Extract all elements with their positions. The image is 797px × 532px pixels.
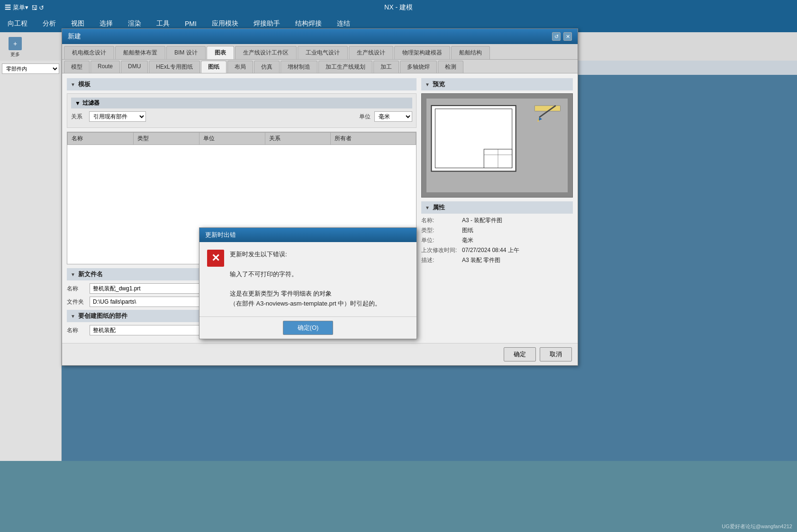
prop-modified-row: 上次修改时间: 07/27/2024 08:44 上午: [421, 246, 573, 254]
tab1-bim[interactable]: BIM 设计: [166, 46, 206, 59]
filename-arrow: ▼: [71, 272, 75, 277]
prop-desc-value: A3 装配 零件图: [462, 256, 500, 264]
ok-button[interactable]: 确定: [504, 347, 536, 361]
toolbar-more-icon[interactable]: + 更多: [4, 35, 27, 60]
menu-icon[interactable]: ☰ 菜单▾: [5, 3, 28, 12]
error-line4: （在部件 A3-noviews-asm-template.prt 中）时引起的。: [230, 299, 409, 309]
menu-analysis[interactable]: 分析: [40, 18, 59, 30]
tab2-mfg-plan[interactable]: 加工生产线规划: [318, 61, 372, 73]
unit-label: 单位: [359, 113, 371, 121]
watermark: UG爱好者论坛@wangfan4212: [722, 523, 792, 530]
error-dialog: 更新时出错 ✕ 更新时发生以下错误: 输入了不可打印的字符。 这是在更新类型为 …: [199, 227, 417, 339]
tab2-layout[interactable]: 布局: [227, 61, 253, 73]
part-name-label: 名称: [67, 326, 86, 334]
col-type: 类型: [133, 133, 199, 145]
error-line2: 输入了不可打印的字符。: [230, 270, 409, 280]
title-bar-left: ☰ 菜单▾ 🖫 ↺: [5, 3, 44, 12]
prop-desc-row: 描述: A3 装配 零件图: [421, 256, 573, 264]
tab2-multiaxis[interactable]: 多轴烧焊: [400, 61, 437, 73]
prop-name-row: 名称: A3 - 装配零件图: [421, 216, 573, 225]
menu-pmi[interactable]: PMI: [182, 18, 199, 29]
title-bar: ☰ 菜单▾ 🖫 ↺ NX - 建模: [0, 0, 797, 15]
tabs-row1: 机电概念设计 船舶整体布置 BIM 设计 图表 生产线设计工作区 工业电气设计 …: [62, 44, 578, 60]
relation-label: 关系: [71, 113, 85, 121]
dialog-refresh-btn[interactable]: ↺: [552, 32, 561, 41]
prop-type-label: 类型:: [421, 226, 459, 234]
tab1-ship-struct[interactable]: 船舶结构: [451, 46, 490, 59]
template-table: 名称 类型 单位 关系 所有者: [67, 132, 416, 145]
preview-svg: [426, 99, 568, 192]
col-relation: 关系: [265, 133, 331, 145]
prop-desc-label: 描述:: [421, 256, 459, 264]
template-arrow: ▼: [71, 82, 75, 87]
col-unit: 单位: [199, 133, 265, 145]
tabs-row2: 模型 Route DMU HExL专用图纸 图纸 布局 仿真 增材制造 加工生产…: [62, 60, 578, 73]
app-title: NX - 建模: [384, 3, 413, 12]
error-body: ✕ 更新时发生以下错误: 输入了不可打印的字符。 这是在更新类型为 零件明细表 …: [199, 242, 417, 316]
prop-modified-value: 07/27/2024 08:44 上午: [462, 246, 519, 254]
tab1-production-line[interactable]: 生产线设计工作区: [235, 46, 297, 59]
error-ok-button[interactable]: 确定(O): [283, 321, 334, 335]
tab1-diagram[interactable]: 图表: [207, 46, 234, 59]
tab2-additive[interactable]: 增材制造: [281, 61, 317, 73]
tab1-industrial-electric[interactable]: 工业电气设计: [298, 46, 348, 59]
preview-section-header: ▼ 预览: [421, 78, 573, 90]
filter-title: 过滤器: [82, 99, 100, 107]
prop-modified-label: 上次修改时间:: [421, 246, 459, 254]
filter-header: ▼ 过滤器: [71, 98, 412, 108]
name-label: 名称: [67, 285, 86, 293]
error-line3: 这是在更新类型为 零件明细表 的对象: [230, 289, 409, 299]
relation-select[interactable]: 引用现有部件: [89, 111, 146, 122]
tab1-mechatronics[interactable]: 机电概念设计: [64, 46, 114, 59]
filter-arrow: ▼: [75, 100, 81, 107]
error-title-bar: 更新时出错: [199, 228, 417, 242]
tab2-machining[interactable]: 加工: [373, 61, 399, 73]
error-icon: ✕: [207, 250, 224, 267]
preview-inner: [426, 99, 568, 192]
tab2-inspect[interactable]: 检测: [438, 61, 463, 73]
filter-section: ▼ 过滤器 关系 引用现有部件 单位 毫米: [67, 93, 417, 128]
prop-unit-label: 单位:: [421, 236, 459, 244]
folder-label: 文件夹: [67, 298, 86, 306]
tab2-dmu[interactable]: DMU: [121, 61, 148, 73]
prop-type-row: 类型: 图纸: [421, 226, 573, 234]
tab2-route[interactable]: Route: [91, 61, 120, 73]
tab1-physics[interactable]: 物理架构建模器: [394, 46, 450, 59]
preview-arrow: ▼: [425, 82, 430, 87]
more-label: 更多: [10, 51, 20, 58]
right-panel: ▼ 预览: [421, 78, 573, 338]
sidebar-dropdown[interactable]: 零部件内: [2, 63, 59, 74]
cancel-button[interactable]: 取消: [540, 347, 572, 361]
prop-name-label: 名称:: [421, 216, 459, 225]
preview-box: [421, 93, 573, 198]
dialog-close-btn[interactable]: ✕: [563, 32, 572, 41]
menu-engineering[interactable]: 向工程: [5, 18, 30, 30]
bottom-area: UG爱好者论坛@wangfan4212: [0, 461, 797, 532]
error-line1: 更新时发生以下错误:: [230, 250, 409, 260]
tab2-drawing[interactable]: 图纸: [201, 61, 226, 73]
properties-content: 名称: A3 - 装配零件图 类型: 图纸 单位: 毫米 上次修改时间: 07/…: [421, 216, 573, 264]
tab1-ship-layout[interactable]: 船舶整体布置: [115, 46, 165, 59]
prop-type-value: 图纸: [462, 226, 473, 234]
part-title: 要创建图纸的部件: [78, 312, 127, 320]
error-title-text: 更新时出错: [205, 231, 236, 239]
template-title: 模板: [78, 80, 91, 89]
quick-access: 🖫 ↺: [31, 4, 45, 11]
part-arrow: ▼: [71, 314, 75, 319]
error-text: 更新时发生以下错误: 输入了不可打印的字符。 这是在更新类型为 零件明细表 的对…: [230, 250, 409, 309]
prop-name-value: A3 - 装配零件图: [462, 216, 502, 225]
template-section-header: ▼ 模板: [67, 78, 417, 90]
dialog-title-buttons: ↺ ✕: [552, 32, 572, 41]
new-filename-title: 新文件名: [78, 270, 103, 279]
tab2-model[interactable]: 模型: [64, 61, 90, 73]
error-footer: 确定(O): [199, 316, 417, 339]
dialog-footer: 确定 取消: [62, 343, 578, 365]
prop-unit-value: 毫米: [462, 236, 473, 244]
col-name: 名称: [68, 133, 134, 145]
tab2-sim[interactable]: 仿真: [254, 61, 280, 73]
tab1-production[interactable]: 生产线设计: [349, 46, 393, 59]
unit-select[interactable]: 毫米: [374, 111, 412, 122]
properties-title: 属性: [433, 203, 445, 212]
properties-section-header: ▼ 属性: [421, 201, 573, 214]
tab2-hexl[interactable]: HExL专用图纸: [149, 61, 199, 73]
